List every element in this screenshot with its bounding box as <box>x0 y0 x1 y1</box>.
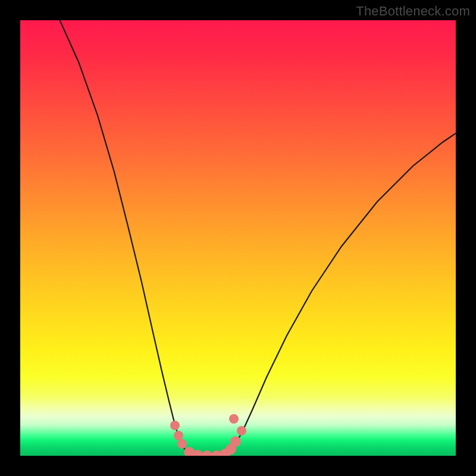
data-marker <box>174 431 183 440</box>
data-marker <box>230 436 241 447</box>
plot-area <box>20 20 456 456</box>
curve-svg <box>20 20 456 456</box>
data-marker <box>170 421 180 430</box>
bottleneck-curve <box>57 20 456 456</box>
watermark-text: TheBottleneck.com <box>356 4 470 19</box>
data-marker <box>202 450 212 456</box>
chart-frame: TheBottleneck.com <box>0 0 476 476</box>
data-marker <box>177 439 187 449</box>
data-marker <box>237 426 246 436</box>
marker-group <box>170 414 246 456</box>
data-marker <box>229 414 239 424</box>
